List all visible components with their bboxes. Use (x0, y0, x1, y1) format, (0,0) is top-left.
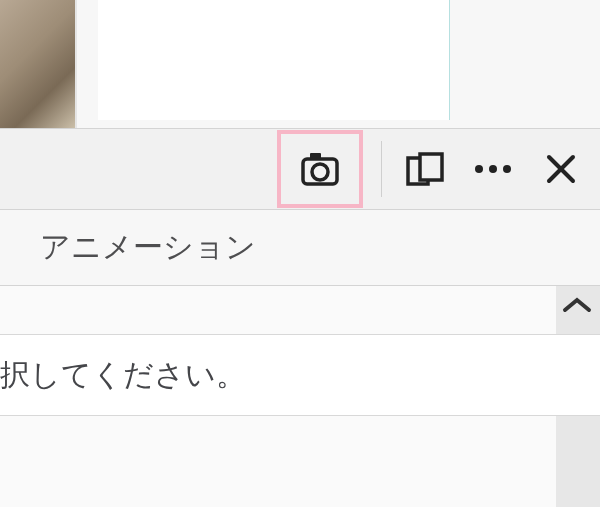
dock-side-button[interactable] (400, 144, 450, 194)
svg-point-5 (475, 165, 483, 173)
canvas (98, 0, 450, 120)
message-row: 択してください。 (0, 334, 600, 416)
thumbnail-image (0, 0, 75, 128)
toolbar-divider (381, 141, 382, 197)
screenshot-highlight (277, 130, 363, 208)
devtools-toolbar (0, 128, 600, 210)
svg-rect-1 (310, 153, 321, 160)
tab-animations[interactable]: アニメーション (40, 227, 256, 268)
svg-point-6 (489, 165, 497, 173)
close-button[interactable] (536, 144, 586, 194)
hint-message: 択してください。 (0, 355, 246, 396)
preview-area (0, 0, 600, 128)
svg-point-7 (503, 165, 511, 173)
more-button[interactable] (468, 144, 518, 194)
svg-point-2 (312, 164, 328, 180)
svg-rect-4 (420, 154, 442, 180)
chevron-up-icon[interactable] (560, 288, 594, 322)
tab-bar: アニメーション (0, 210, 600, 286)
screenshot-button[interactable] (295, 144, 345, 194)
